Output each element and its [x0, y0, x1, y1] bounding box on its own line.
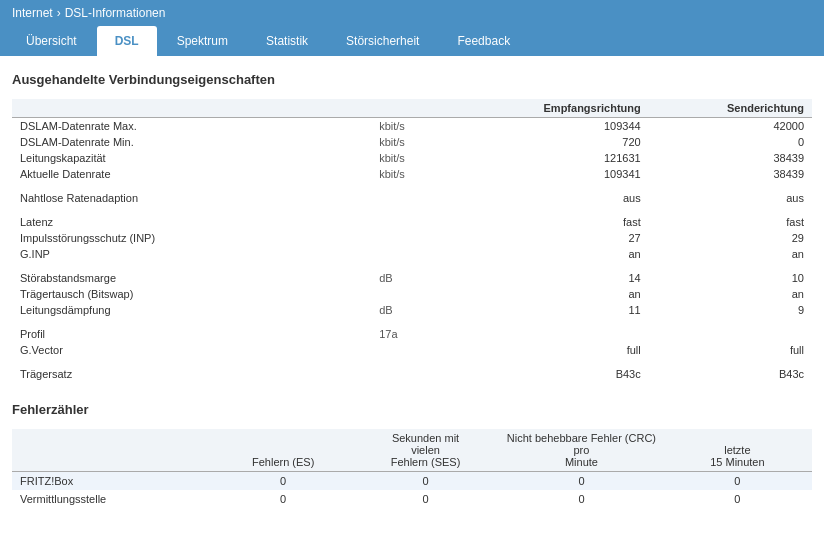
prop-label: Störabstandsmarge	[12, 270, 371, 286]
tab-stoersicherheit[interactable]: Störsicherheit	[328, 26, 437, 56]
table-row: Trägersatz B43c B43c	[12, 366, 812, 382]
table-row: G.Vector full full	[12, 342, 812, 358]
table-row: Leitungsdämpfung dB 11 9	[12, 302, 812, 318]
prop-empfang: an	[453, 246, 649, 262]
prop-unit: dB	[371, 302, 453, 318]
prop-unit	[371, 246, 453, 262]
prop-sende: an	[649, 286, 812, 302]
prop-empfang: 109341	[453, 166, 649, 182]
error-v1: 0	[215, 472, 351, 491]
prop-label: G.INP	[12, 246, 371, 262]
prop-label: DSLAM-Datenrate Max.	[12, 118, 371, 135]
prop-sende: 29	[649, 230, 812, 246]
prop-empfang: aus	[453, 190, 649, 206]
breadcrumb: Internet › DSL-Informationen	[0, 0, 824, 26]
prop-empfang	[453, 326, 649, 342]
prop-label: Latenz	[12, 214, 371, 230]
prop-sende: B43c	[649, 366, 812, 382]
connection-properties-table: Empfangsrichtung Senderichtung DSLAM-Dat…	[12, 99, 812, 382]
col-sende: Senderichtung	[649, 99, 812, 118]
prop-sende: 9	[649, 302, 812, 318]
tab-statistik[interactable]: Statistik	[248, 26, 326, 56]
tab-uebersicht[interactable]: Übersicht	[8, 26, 95, 56]
prop-label: Trägertausch (Bitswap)	[12, 286, 371, 302]
error-v2: 0	[351, 472, 500, 491]
table-row: Aktuelle Datenrate kbit/s 109341 38439	[12, 166, 812, 182]
prop-sende: full	[649, 342, 812, 358]
breadcrumb-current: DSL-Informationen	[65, 6, 166, 20]
tab-bar: Übersicht DSL Spektrum Statistik Störsic…	[0, 26, 824, 56]
prop-unit	[371, 286, 453, 302]
prop-label: Impulsstörungsschutz (INP)	[12, 230, 371, 246]
prop-label: G.Vector	[12, 342, 371, 358]
table-row: DSLAM-Datenrate Max. kbit/s 109344 42000	[12, 118, 812, 135]
prop-sende: 42000	[649, 118, 812, 135]
table-row: FRITZ!Box 0 0 0 0	[12, 472, 812, 491]
error-col4-header: letzte 15 Minuten	[663, 429, 812, 472]
breadcrumb-parent[interactable]: Internet	[12, 6, 53, 20]
prop-unit: kbit/s	[371, 134, 453, 150]
table-row: Leitungskapazität kbit/s 121631 38439	[12, 150, 812, 166]
prop-unit	[371, 230, 453, 246]
prop-label: Aktuelle Datenrate	[12, 166, 371, 182]
prop-empfang: an	[453, 286, 649, 302]
prop-sende: an	[649, 246, 812, 262]
prop-empfang: 11	[453, 302, 649, 318]
prop-unit: kbit/s	[371, 150, 453, 166]
prop-unit: dB	[371, 270, 453, 286]
prop-sende: 0	[649, 134, 812, 150]
table-row: Störabstandsmarge dB 14 10	[12, 270, 812, 286]
prop-label: Leitungskapazität	[12, 150, 371, 166]
error-v4: 0	[663, 490, 812, 508]
prop-empfang: 27	[453, 230, 649, 246]
error-v1: 0	[215, 490, 351, 508]
tab-dsl[interactable]: DSL	[97, 26, 157, 56]
error-v3: 0	[500, 490, 663, 508]
table-row: Vermittlungsstelle 0 0 0 0	[12, 490, 812, 508]
prop-empfang: 14	[453, 270, 649, 286]
prop-label: Profil	[12, 326, 371, 342]
main-content: Ausgehandelte Verbindungseigenschaften E…	[0, 56, 824, 528]
prop-unit	[371, 214, 453, 230]
table-row: Trägertausch (Bitswap) an an	[12, 286, 812, 302]
table-row: DSLAM-Datenrate Min. kbit/s 720 0	[12, 134, 812, 150]
prop-label: DSLAM-Datenrate Min.	[12, 134, 371, 150]
error-v2: 0	[351, 490, 500, 508]
error-col1-header: Fehlern (ES)	[215, 429, 351, 472]
prop-empfang: 720	[453, 134, 649, 150]
breadcrumb-separator: ›	[57, 6, 61, 20]
prop-empfang: B43c	[453, 366, 649, 382]
col-empfang: Empfangsrichtung	[453, 99, 649, 118]
table-row: Nahtlose Ratenadaption aus aus	[12, 190, 812, 206]
error-counter-table: Fehlern (ES) Sekunden mit vielen Fehlern…	[12, 429, 812, 508]
prop-sende: 10	[649, 270, 812, 286]
section1-title: Ausgehandelte Verbindungseigenschaften	[12, 72, 812, 87]
prop-sende: fast	[649, 214, 812, 230]
error-col3-header: Nicht behebbare Fehler (CRC) pro Minute	[500, 429, 663, 472]
table-row: Impulsstörungsschutz (INP) 27 29	[12, 230, 812, 246]
section2-title: Fehlerzähler	[12, 402, 812, 417]
error-row-label: Vermittlungsstelle	[12, 490, 215, 508]
prop-unit: kbit/s	[371, 118, 453, 135]
prop-sende: 38439	[649, 166, 812, 182]
error-row-label: FRITZ!Box	[12, 472, 215, 491]
table-row: Profil 17a	[12, 326, 812, 342]
table-row: Latenz fast fast	[12, 214, 812, 230]
tab-feedback[interactable]: Feedback	[439, 26, 528, 56]
tab-spektrum[interactable]: Spektrum	[159, 26, 246, 56]
prop-empfang: 109344	[453, 118, 649, 135]
prop-unit	[371, 366, 453, 382]
table-row: G.INP an an	[12, 246, 812, 262]
error-v4: 0	[663, 472, 812, 491]
prop-empfang: 121631	[453, 150, 649, 166]
prop-sende: 38439	[649, 150, 812, 166]
prop-unit: kbit/s	[371, 166, 453, 182]
prop-unit	[371, 342, 453, 358]
prop-sende: aus	[649, 190, 812, 206]
error-v3: 0	[500, 472, 663, 491]
prop-label: Nahtlose Ratenadaption	[12, 190, 371, 206]
prop-unit: 17a	[371, 326, 453, 342]
prop-label: Trägersatz	[12, 366, 371, 382]
prop-unit	[371, 190, 453, 206]
prop-empfang: fast	[453, 214, 649, 230]
